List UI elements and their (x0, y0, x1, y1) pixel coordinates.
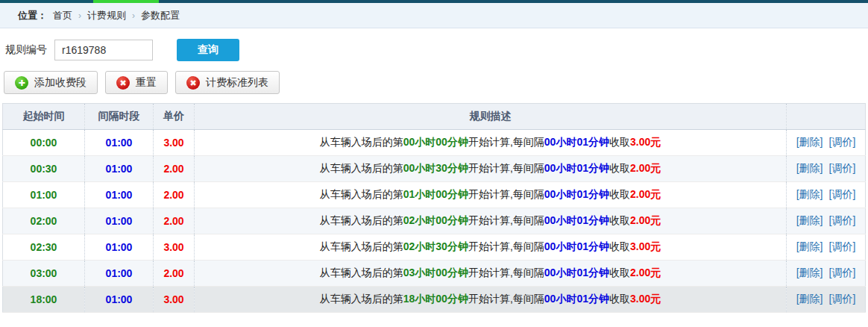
desc-collect: 收取 (609, 162, 630, 174)
interval-value: 01:00 (106, 293, 133, 305)
cross-circle-icon: ✖ (186, 76, 200, 90)
desc-start-time: 01小时00分钟 (403, 188, 468, 200)
delete-link[interactable]: [删除] (796, 267, 823, 278)
reset-button[interactable]: ✖ 重置 (105, 71, 168, 94)
desc-prefix: 从车辆入场后的第 (320, 214, 403, 226)
interval-value: 01:00 (106, 189, 133, 201)
delete-link[interactable]: [删除] (796, 293, 823, 305)
desc-middle: 开始计算,每间隔 (468, 136, 544, 148)
table-row: 01:00 01:00 2.00 从车辆入场后的第01小时00分钟开始计算,每间… (3, 182, 866, 208)
adjust-price-link[interactable]: [调价] (829, 293, 856, 305)
desc-price: 3.00元 (630, 240, 661, 252)
header-rule-description: 规则描述 (195, 104, 787, 130)
desc-middle: 开始计算,每间隔 (468, 188, 544, 200)
delete-link[interactable]: [删除] (796, 136, 823, 148)
delete-link[interactable]: [删除] (796, 214, 823, 226)
table-row: 02:00 01:00 2.00 从车辆入场后的第02小时00分钟开始计算,每间… (3, 208, 866, 234)
desc-prefix: 从车辆入场后的第 (320, 162, 403, 174)
desc-prefix: 从车辆入场后的第 (320, 267, 403, 278)
desc-collect: 收取 (609, 240, 630, 252)
desc-price: 2.00元 (630, 267, 661, 278)
rule-description: 从车辆入场后的第18小时00分钟开始计算,每间隔00小时01分钟收取3.00元 (195, 287, 787, 313)
desc-start-time: 02小时00分钟 (403, 214, 468, 226)
header-interval: 间隔时段 (85, 104, 154, 130)
desc-interval: 00小时01分钟 (544, 136, 609, 148)
desc-collect: 收取 (609, 136, 630, 148)
rule-number-input[interactable] (54, 40, 153, 60)
desc-prefix: 从车辆入场后的第 (320, 293, 403, 305)
header-start-time: 起始时间 (3, 104, 85, 130)
desc-start-time: 00小时30分钟 (403, 162, 468, 174)
desc-collect: 收取 (609, 293, 630, 305)
adjust-price-link[interactable]: [调价] (829, 214, 856, 226)
interval-value: 01:00 (106, 267, 133, 279)
start-time-value: 01:00 (31, 189, 57, 201)
desc-middle: 开始计算,每间隔 (468, 214, 544, 226)
rule-description: 从车辆入场后的第02小时00分钟开始计算,每间隔00小时01分钟收取2.00元 (195, 208, 787, 234)
top-accent-bar (0, 0, 868, 3)
desc-interval: 00小时01分钟 (544, 293, 609, 305)
delete-link[interactable]: [删除] (796, 240, 823, 252)
plus-circle-icon: ✚ (15, 76, 28, 90)
row-actions: [删除][调价] (787, 130, 866, 156)
breadcrumb-label: 位置： (18, 9, 47, 22)
main-content: 规则编号 查询 ✚ 添加收费段 ✖ 重置 ✖ 计费标准列表 起始时间 间隔时段 … (0, 39, 868, 313)
unit-price-value: 2.00 (163, 163, 183, 175)
table-row: 03:00 01:00 2.00 从车辆入场后的第03小时00分钟开始计算,每间… (3, 261, 866, 287)
desc-middle: 开始计算,每间隔 (468, 267, 544, 278)
adjust-price-link[interactable]: [调价] (829, 188, 856, 200)
adjust-price-link[interactable]: [调价] (829, 136, 856, 148)
header-unit-price: 单价 (154, 104, 195, 130)
adjust-price-link[interactable]: [调价] (829, 240, 856, 252)
billing-standard-list-button[interactable]: ✖ 计费标准列表 (175, 71, 280, 94)
desc-start-time: 03小时00分钟 (403, 267, 468, 278)
interval-value: 01:00 (106, 137, 133, 149)
rule-description: 从车辆入场后的第01小时00分钟开始计算,每间隔00小时01分钟收取2.00元 (195, 182, 787, 208)
search-button[interactable]: 查询 (177, 39, 239, 61)
desc-price: 2.00元 (630, 162, 661, 174)
top-accent-right-segment (159, 0, 868, 3)
breadcrumb-separator-icon: › (78, 10, 81, 21)
start-time-value: 02:00 (31, 215, 57, 227)
rule-description: 从车辆入场后的第00小时30分钟开始计算,每间隔00小时01分钟收取2.00元 (195, 156, 787, 182)
rule-number-label: 规则编号 (5, 43, 47, 57)
breadcrumb-item-param-config[interactable]: 参数配置 (141, 9, 180, 22)
desc-price: 3.00元 (630, 293, 661, 305)
rules-table-body: 00:00 01:00 3.00 从车辆入场后的第00小时00分钟开始计算,每间… (3, 130, 866, 313)
interval-value: 01:00 (106, 163, 133, 175)
desc-middle: 开始计算,每间隔 (468, 240, 544, 252)
desc-start-time: 02小时30分钟 (403, 240, 468, 252)
desc-interval: 00小时01分钟 (544, 267, 609, 278)
breadcrumb-item-home[interactable]: 首页 (53, 9, 72, 22)
adjust-price-link[interactable]: [调价] (829, 162, 856, 174)
delete-link[interactable]: [删除] (796, 162, 823, 174)
search-form: 规则编号 查询 (5, 39, 866, 61)
breadcrumb-item-billing-rules[interactable]: 计费规则 (87, 9, 126, 22)
unit-price-value: 2.00 (163, 267, 183, 279)
rule-description: 从车辆入场后的第02小时30分钟开始计算,每间隔00小时01分钟收取3.00元 (195, 234, 787, 261)
adjust-price-link[interactable]: [调价] (829, 267, 856, 278)
desc-middle: 开始计算,每间隔 (468, 293, 544, 305)
start-time-value: 00:30 (31, 163, 57, 175)
row-actions: [删除][调价] (787, 182, 866, 208)
header-actions (787, 104, 866, 130)
cross-circle-icon: ✖ (116, 76, 130, 90)
start-time-value: 03:00 (31, 267, 57, 279)
delete-link[interactable]: [删除] (796, 188, 823, 200)
unit-price-value: 2.00 (163, 189, 183, 201)
start-time-value: 00:00 (31, 137, 57, 149)
add-fee-segment-label: 添加收费段 (34, 76, 87, 90)
desc-collect: 收取 (609, 267, 630, 278)
table-row: 00:00 01:00 3.00 从车辆入场后的第00小时00分钟开始计算,每间… (3, 130, 866, 156)
billing-standard-list-label: 计费标准列表 (206, 76, 268, 90)
desc-price: 3.00元 (630, 136, 661, 148)
interval-value: 01:00 (106, 241, 133, 253)
add-fee-segment-button[interactable]: ✚ 添加收费段 (4, 71, 98, 94)
start-time-value: 18:00 (31, 293, 57, 305)
desc-interval: 00小时01分钟 (544, 162, 609, 174)
reset-label: 重置 (136, 76, 157, 90)
rule-description: 从车辆入场后的第03小时00分钟开始计算,每间隔00小时01分钟收取2.00元 (195, 261, 787, 287)
desc-prefix: 从车辆入场后的第 (320, 240, 403, 252)
start-time-value: 02:30 (31, 241, 57, 253)
desc-collect: 收取 (609, 188, 630, 200)
